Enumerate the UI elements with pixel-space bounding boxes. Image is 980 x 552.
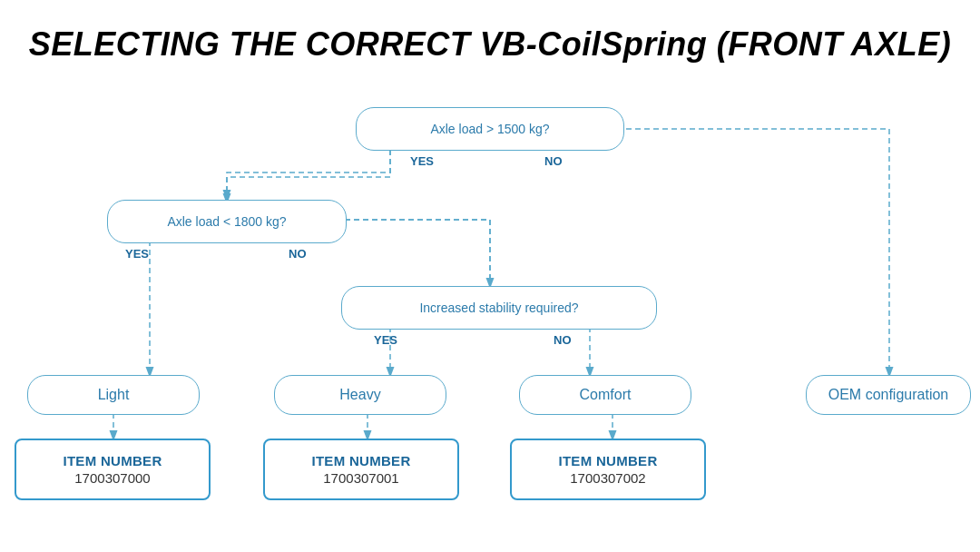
decision-3-text: Increased stability required? — [419, 301, 578, 315]
main-title: SELECTING THE CORRECT VB-CoilSpring (FRO… — [0, 0, 980, 73]
decision-box-1: Axle load > 1500 kg? — [356, 107, 624, 151]
decision1-yes-label: YES — [410, 154, 434, 168]
decision2-no-label: NO — [289, 247, 307, 261]
item1-label: ITEM NUMBER — [311, 453, 410, 468]
item0-label: ITEM NUMBER — [63, 453, 162, 468]
decision2-yes-label: YES — [125, 247, 149, 261]
decision-box-3: Increased stability required? — [341, 286, 657, 330]
decision3-yes-label: YES — [374, 333, 397, 347]
item-box-0: ITEM NUMBER 1700307000 — [15, 439, 211, 500]
result-light: Light — [27, 375, 200, 415]
item2-label: ITEM NUMBER — [558, 453, 657, 468]
diagram-area: .dashed-line { stroke: #5aaacc; stroke-w… — [0, 82, 980, 527]
decision3-no-label: NO — [554, 333, 572, 347]
item0-number: 1700307000 — [74, 470, 150, 486]
result-oem-text: OEM configuration — [828, 387, 949, 403]
decision-2-text: Axle load < 1800 kg? — [167, 214, 286, 229]
item1-number: 1700307001 — [323, 470, 398, 486]
page: SELECTING THE CORRECT VB-CoilSpring (FRO… — [0, 0, 980, 552]
item-box-1: ITEM NUMBER 1700307001 — [263, 439, 459, 500]
result-heavy-text: Heavy — [339, 387, 380, 403]
result-comfort-text: Comfort — [580, 387, 632, 403]
decision-1-text: Axle load > 1500 kg? — [430, 122, 549, 136]
result-light-text: Light — [98, 387, 130, 403]
result-oem: OEM configuration — [806, 375, 971, 415]
result-comfort: Comfort — [519, 375, 691, 415]
item2-number: 1700307002 — [570, 470, 645, 486]
decision-box-2: Axle load < 1800 kg? — [107, 200, 347, 243]
decision1-no-label: NO — [544, 154, 563, 168]
result-heavy: Heavy — [274, 375, 446, 415]
item-box-2: ITEM NUMBER 1700307002 — [510, 439, 706, 500]
